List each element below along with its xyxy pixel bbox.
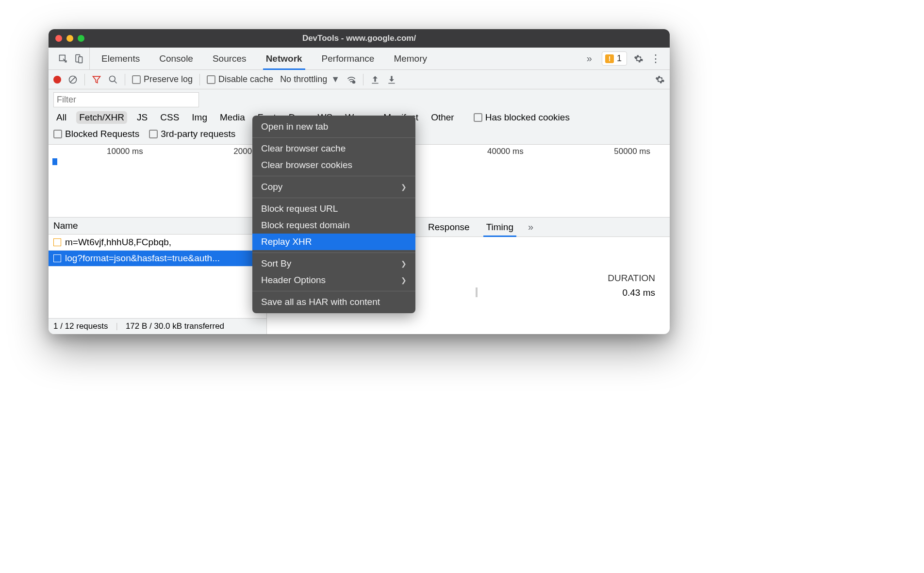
timeline-tick: 40000 ms bbox=[487, 147, 524, 156]
maximize-window-button[interactable] bbox=[78, 35, 84, 42]
requests-size: 172 B / 30.0 kB transferred bbox=[126, 321, 224, 331]
filter-input[interactable] bbox=[53, 92, 199, 107]
devtools-window: DevTools - www.google.com/ ElementsConso… bbox=[49, 29, 670, 334]
context-menu-label: Replay XHR bbox=[261, 236, 312, 247]
context-menu-item[interactable]: Block request domain bbox=[252, 217, 415, 234]
panel-tab-elements[interactable]: Elements bbox=[94, 48, 148, 69]
context-menu-label: Sort By bbox=[261, 258, 291, 269]
context-menu-label: Block request domain bbox=[261, 220, 350, 231]
device-toggle-icon[interactable] bbox=[74, 54, 83, 64]
panel-tab-memory[interactable]: Memory bbox=[386, 48, 435, 69]
minimize-window-button[interactable] bbox=[66, 35, 73, 42]
timeline-tick: 10000 ms bbox=[107, 147, 143, 156]
request-row[interactable]: m=Wt6vjf,hhhU8,FCpbqb, bbox=[49, 235, 266, 251]
context-menu-label: Copy bbox=[261, 182, 282, 192]
search-icon[interactable] bbox=[108, 75, 118, 84]
disable-cache-checkbox[interactable]: Disable cache bbox=[207, 74, 273, 84]
filter-type-media[interactable]: Media bbox=[217, 111, 248, 124]
settings-icon[interactable] bbox=[634, 54, 644, 64]
context-menu-item[interactable]: Clear browser cookies bbox=[252, 157, 415, 173]
request-row[interactable]: log?format=json&hasfast=true&auth... bbox=[49, 251, 266, 267]
detail-tab-timing[interactable]: Timing bbox=[479, 218, 520, 236]
panel-tabs-row: ElementsConsoleSourcesNetworkPerformance… bbox=[49, 48, 670, 70]
filter-icon[interactable] bbox=[92, 75, 101, 84]
network-conditions-icon[interactable] bbox=[346, 75, 356, 84]
timing-duration-header: DURATION bbox=[608, 273, 655, 284]
svg-point-7 bbox=[353, 81, 355, 83]
timeline-start-marker bbox=[52, 158, 57, 165]
filter-type-all[interactable]: All bbox=[53, 111, 69, 124]
filter-type-css[interactable]: CSS bbox=[157, 111, 182, 124]
context-menu-separator bbox=[252, 198, 415, 198]
panel-tab-performance[interactable]: Performance bbox=[314, 48, 382, 69]
requests-header[interactable]: Name bbox=[49, 218, 266, 235]
throttling-select[interactable]: No throttling ▼ bbox=[280, 74, 340, 84]
request-name: m=Wt6vjf,hhhU8,FCpbqb, bbox=[65, 237, 171, 248]
network-settings-icon[interactable] bbox=[655, 75, 665, 84]
titlebar: DevTools - www.google.com/ bbox=[49, 29, 670, 48]
context-menu-separator bbox=[252, 137, 415, 138]
context-menu-item[interactable]: Open in new tab bbox=[252, 118, 415, 135]
panel-tab-console[interactable]: Console bbox=[151, 48, 201, 69]
filter-type-img[interactable]: Img bbox=[189, 111, 210, 124]
filter-type-other[interactable]: Other bbox=[428, 111, 457, 124]
timeline-tick: 50000 ms bbox=[614, 147, 650, 156]
divider bbox=[199, 74, 200, 85]
svg-line-6 bbox=[115, 81, 117, 83]
inspect-icon[interactable] bbox=[58, 54, 68, 64]
divider bbox=[125, 74, 125, 85]
blocked-requests-checkbox[interactable]: Blocked Requests bbox=[53, 129, 139, 139]
issues-badge[interactable]: ! 1 bbox=[602, 51, 627, 66]
more-tabs-icon[interactable]: » bbox=[582, 53, 597, 64]
upload-har-icon[interactable] bbox=[370, 75, 380, 84]
chevron-down-icon: ▼ bbox=[331, 74, 340, 84]
context-menu-label: Header Options bbox=[261, 275, 326, 286]
context-menu-item[interactable]: Replay XHR bbox=[252, 234, 415, 250]
issues-count: 1 bbox=[617, 53, 622, 64]
context-menu-item[interactable]: Clear browser cache bbox=[252, 140, 415, 157]
requests-count: 1 / 12 requests bbox=[53, 321, 108, 331]
blocked-requests-label: Blocked Requests bbox=[65, 129, 139, 139]
context-menu-separator bbox=[252, 253, 415, 253]
svg-rect-2 bbox=[79, 56, 82, 62]
timing-queueing-value: 0.43 ms bbox=[622, 287, 655, 300]
svg-point-5 bbox=[110, 76, 116, 82]
preserve-log-checkbox[interactable]: Preserve log bbox=[132, 74, 193, 84]
chevron-right-icon: ❯ bbox=[401, 276, 407, 284]
context-menu-item[interactable]: Header Options❯ bbox=[252, 272, 415, 288]
context-menu-label: Clear browser cookies bbox=[261, 160, 352, 170]
context-menu-separator bbox=[252, 291, 415, 291]
third-party-checkbox[interactable]: 3rd-party requests bbox=[149, 129, 235, 139]
context-menu-label: Block request URL bbox=[261, 203, 338, 214]
queueing-bar bbox=[476, 287, 478, 297]
preserve-log-label: Preserve log bbox=[144, 74, 193, 84]
clear-icon[interactable] bbox=[68, 75, 78, 84]
filter-type-js[interactable]: JS bbox=[134, 111, 150, 124]
filter-type-fetchxhr[interactable]: Fetch/XHR bbox=[76, 111, 127, 124]
window-title: DevTools - www.google.com/ bbox=[49, 34, 670, 43]
has-blocked-cookies-checkbox[interactable]: Has blocked cookies bbox=[474, 112, 570, 123]
context-menu-label: Clear browser cache bbox=[261, 143, 346, 154]
divider bbox=[363, 74, 363, 85]
panel-tab-network[interactable]: Network bbox=[258, 48, 310, 69]
context-menu-item[interactable]: Save all as HAR with content bbox=[252, 294, 415, 310]
context-menu-item[interactable]: Copy❯ bbox=[252, 179, 415, 195]
close-window-button[interactable] bbox=[55, 35, 62, 42]
window-controls bbox=[55, 35, 84, 42]
chevron-right-icon: ❯ bbox=[401, 260, 407, 268]
warning-icon: ! bbox=[605, 54, 614, 63]
context-menu-label: Open in new tab bbox=[261, 121, 328, 132]
context-menu-item[interactable]: Block request URL bbox=[252, 201, 415, 217]
context-menu: Open in new tabClear browser cacheClear … bbox=[252, 116, 415, 313]
has-blocked-cookies-label: Has blocked cookies bbox=[485, 112, 570, 123]
download-har-icon[interactable] bbox=[387, 75, 396, 84]
request-name: log?format=json&hasfast=true&auth... bbox=[65, 253, 220, 264]
context-menu-label: Save all as HAR with content bbox=[261, 297, 380, 307]
context-menu-item[interactable]: Sort By❯ bbox=[252, 255, 415, 272]
request-type-icon bbox=[53, 254, 61, 262]
more-detail-tabs-icon[interactable]: » bbox=[523, 221, 538, 233]
panel-tab-sources[interactable]: Sources bbox=[205, 48, 254, 69]
context-menu-separator bbox=[252, 176, 415, 176]
detail-tab-response[interactable]: Response bbox=[421, 218, 477, 236]
record-button[interactable] bbox=[53, 76, 61, 84]
